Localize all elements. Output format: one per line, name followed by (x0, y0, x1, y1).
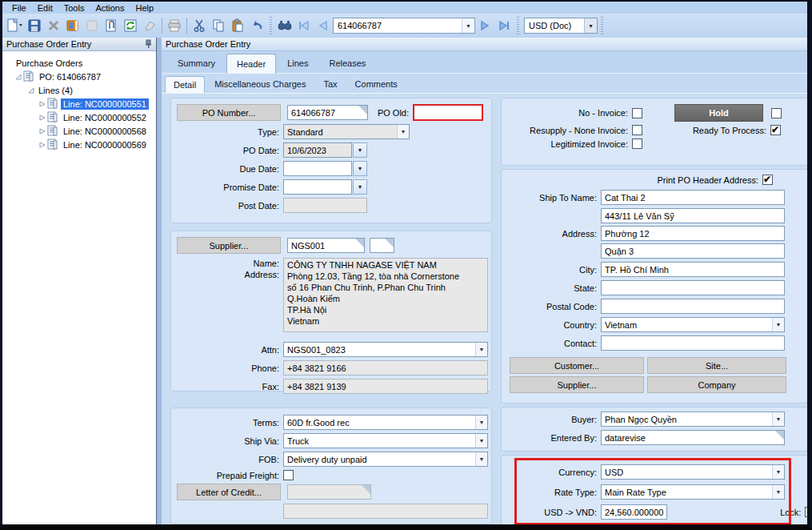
chevron-down-icon[interactable]: ▼ (584, 18, 597, 33)
chevron-down-icon[interactable]: ▼ (772, 485, 784, 499)
tree-node-lines[interactable]: Lines (4) (7, 83, 156, 97)
cut-icon[interactable] (190, 16, 209, 35)
menu-tools[interactable]: Tools (64, 3, 85, 13)
first-record-icon[interactable] (294, 16, 314, 35)
letter-of-credit-button[interactable]: Letter of Credit... (177, 484, 281, 500)
no-invoice-checkbox[interactable] (632, 108, 642, 118)
fob-combobox[interactable]: Delivery duty unpaid▼ (283, 452, 488, 467)
tree-node-line[interactable]: Line: NC0000000569 (7, 138, 156, 151)
hold-button[interactable]: Hold (674, 104, 763, 122)
tab-summary[interactable]: Summary (168, 54, 225, 73)
save-icon[interactable] (25, 16, 44, 35)
po-number-field[interactable]: 614066787 (287, 105, 368, 120)
search-icon[interactable] (275, 16, 294, 35)
new-icon[interactable] (6, 16, 25, 35)
chevron-down-icon[interactable]: ▼ (397, 125, 409, 139)
chevron-down-icon[interactable]: ▼ (475, 452, 487, 466)
po-number-button[interactable]: PO Number... (177, 104, 281, 121)
menu-file[interactable]: File (12, 3, 26, 13)
ship-to-name-field[interactable]: Cat Thai 2 (601, 190, 785, 205)
promise-date-dropdown-icon[interactable]: ▼ (353, 179, 367, 195)
company-button[interactable]: Company (647, 376, 786, 393)
buyer-combobox[interactable]: Phan Ngọc Quyền▼ (601, 412, 785, 427)
ship-via-combobox[interactable]: Truck▼ (283, 433, 488, 448)
undo-icon[interactable] (247, 16, 266, 35)
next-record-icon[interactable] (475, 16, 494, 35)
exchange-rate-field[interactable]: 24,560.000000 (601, 504, 667, 520)
entered-by-field[interactable]: datarevise (601, 430, 785, 445)
last-record-icon[interactable] (494, 16, 514, 35)
chevron-down-icon[interactable]: ▼ (475, 343, 487, 356)
supplier-sub-field[interactable] (370, 238, 394, 253)
currency-combobox[interactable]: USD▼ (601, 464, 785, 480)
ship-to-address3-field[interactable]: Quận 3 (601, 243, 785, 259)
type-combobox[interactable]: Standard▼ (283, 124, 410, 139)
resupply-none-invoice-checkbox[interactable] (632, 125, 642, 135)
due-date-dropdown-icon[interactable]: ▼ (353, 161, 367, 176)
tab-releases[interactable]: Releases (319, 54, 375, 73)
promise-date-field[interactable] (283, 179, 352, 195)
copy-icon[interactable] (209, 16, 228, 35)
menu-help[interactable]: Help (135, 3, 154, 13)
contact-field[interactable] (601, 335, 785, 351)
paste-icon[interactable] (228, 16, 247, 35)
attn-combobox[interactable]: NGS001_0823▼ (283, 342, 488, 357)
due-date-field[interactable] (283, 161, 352, 176)
tree-node-line[interactable]: Line: NC0000000552 (7, 110, 156, 124)
pin-icon[interactable] (145, 39, 152, 50)
supplier-button[interactable]: Supplier... (177, 237, 281, 254)
ship-to-address1-field[interactable]: 443/11 Lê Văn Sỹ (601, 208, 785, 223)
chevron-down-icon[interactable]: ▼ (475, 416, 487, 429)
terms-combobox[interactable]: 60D fr.Good rec▼ (283, 415, 488, 430)
tab-miscellaneous-charges[interactable]: Miscellaneous Charges (206, 76, 314, 93)
prepaid-freight-checkbox[interactable] (283, 470, 294, 480)
expander-icon[interactable] (14, 74, 23, 80)
chevron-down-icon[interactable]: ▼ (772, 318, 784, 331)
tab-lines[interactable]: Lines (278, 54, 318, 73)
print-icon[interactable] (165, 16, 184, 35)
city-field[interactable]: TP. Hồ Chí Minh (601, 262, 785, 277)
state-field[interactable] (601, 280, 785, 295)
expander-icon[interactable] (38, 101, 47, 107)
chevron-down-icon[interactable]: ▼ (772, 465, 784, 479)
print-po-header-address-checkbox[interactable] (762, 175, 773, 185)
clear-icon[interactable] (140, 16, 159, 35)
menu-edit[interactable]: Edit (38, 3, 53, 13)
previous-record-icon[interactable] (314, 16, 333, 35)
chevron-down-icon[interactable]: ▼ (462, 18, 474, 33)
record-id-combobox[interactable]: 614066787 ▼ (333, 18, 475, 34)
po-date-field[interactable]: 10/6/2023 (283, 143, 352, 158)
tab-detail[interactable]: Detail (165, 76, 205, 94)
refresh-icon[interactable] (121, 16, 140, 35)
memo-icon[interactable] (82, 16, 102, 35)
attachment-icon[interactable] (102, 16, 121, 35)
chevron-down-icon[interactable]: ▼ (475, 434, 487, 448)
expander-icon[interactable] (26, 87, 36, 94)
supplier-address-button[interactable]: Supplier... (510, 376, 644, 393)
chevron-down-icon[interactable]: ▼ (772, 412, 784, 426)
legitimized-invoice-checkbox[interactable] (632, 139, 642, 149)
postal-code-field[interactable] (601, 299, 785, 314)
book-icon[interactable] (63, 16, 82, 35)
lock-checkbox[interactable] (805, 507, 812, 517)
site-button[interactable]: Site... (647, 357, 786, 374)
tab-comments[interactable]: Comments (347, 76, 406, 93)
po-old-field[interactable] (413, 104, 483, 121)
country-combobox[interactable]: Vietnam▼ (601, 317, 785, 332)
tab-header[interactable]: Header (226, 54, 276, 74)
tree-node-root[interactable]: Purchase Orders (7, 56, 156, 70)
menu-actions[interactable]: Actions (95, 3, 124, 13)
tree-node-line[interactable]: Line: NC0000000568 (7, 124, 156, 138)
po-date-dropdown-icon[interactable]: ▼ (353, 143, 367, 158)
tree-node-po[interactable]: PO: 614066787 (7, 70, 156, 83)
tab-tax[interactable]: Tax (315, 76, 345, 93)
expander-icon[interactable] (38, 128, 47, 135)
expander-icon[interactable] (38, 142, 47, 148)
supplier-code-field[interactable]: NGS001 (287, 238, 365, 253)
expander-icon[interactable] (38, 114, 47, 121)
customer-button[interactable]: Customer... (510, 357, 644, 374)
ship-to-address2-field[interactable]: Phường 12 (601, 226, 785, 241)
hold-checkbox[interactable] (771, 108, 782, 118)
ready-to-process-checkbox[interactable] (770, 125, 781, 135)
tree-node-line[interactable]: Line: NC0000000551 (7, 97, 156, 110)
